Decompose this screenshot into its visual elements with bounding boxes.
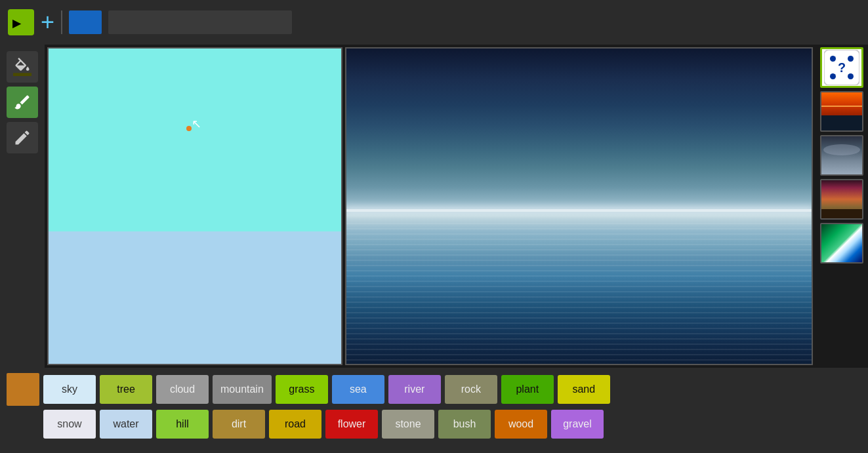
labels-row-2: snow water hill dirt road flower stone b… xyxy=(7,410,861,439)
label-flower-button[interactable]: flower xyxy=(325,410,378,439)
thumbnail-wave[interactable] xyxy=(820,223,863,264)
label-stone-button[interactable]: stone xyxy=(382,410,434,439)
add-button[interactable]: + xyxy=(41,10,54,34)
nvidia-logo-button[interactable]: ▶ xyxy=(8,9,34,35)
label-river-button[interactable]: river xyxy=(388,375,441,404)
generated-photo-preview xyxy=(345,47,813,365)
labels-row-1: sky tree cloud mountain grass sea river … xyxy=(7,373,861,406)
label-gravel-button[interactable]: gravel xyxy=(551,410,604,439)
label-road-button[interactable]: road xyxy=(269,410,321,439)
water-reflections xyxy=(346,219,812,364)
left-toolbar xyxy=(0,45,45,368)
thumbnail-beach[interactable] xyxy=(820,179,863,220)
label-grass-button[interactable]: grass xyxy=(276,375,328,404)
thumbnail-clouds[interactable] xyxy=(820,135,863,176)
bottom-label-bar: sky tree cloud mountain grass sea river … xyxy=(0,368,868,453)
label-sand-button[interactable]: sand xyxy=(558,375,610,404)
canvas-sky-region xyxy=(49,49,341,231)
fill-tool-button[interactable] xyxy=(7,51,38,83)
label-plant-button[interactable]: plant xyxy=(501,375,554,404)
canvas-water-region xyxy=(49,231,341,364)
generated-image xyxy=(346,49,812,364)
label-wood-button[interactable]: wood xyxy=(495,410,547,439)
filename-input[interactable] xyxy=(108,10,292,34)
label-sky-button[interactable]: sky xyxy=(43,375,96,404)
svg-point-5 xyxy=(830,73,836,79)
svg-text:▶: ▶ xyxy=(12,17,22,29)
toolbar-divider xyxy=(61,10,62,34)
label-cloud-button[interactable]: cloud xyxy=(156,375,209,404)
main-content: ↖ xyxy=(0,45,868,368)
svg-point-4 xyxy=(848,56,854,62)
label-rock-button[interactable]: rock xyxy=(445,375,497,404)
right-panel: ? xyxy=(816,45,868,368)
active-color-swatch[interactable] xyxy=(69,10,102,34)
label-sea-button[interactable]: sea xyxy=(332,375,384,404)
random-generate-button[interactable]: ? xyxy=(820,47,863,88)
canvas-container: ↖ xyxy=(47,47,813,365)
cursor-indicator xyxy=(186,126,192,131)
svg-text:?: ? xyxy=(838,60,846,75)
brush-tool-button[interactable] xyxy=(7,87,38,118)
cursor-arrow: ↖ xyxy=(192,118,201,130)
pencil-tool-button[interactable] xyxy=(7,122,38,153)
horizon-glow xyxy=(346,209,812,212)
label-tree-button[interactable]: tree xyxy=(100,375,152,404)
label-dirt-button[interactable]: dirt xyxy=(213,410,265,439)
active-label-color-swatch[interactable] xyxy=(7,373,39,406)
drawing-canvas[interactable]: ↖ xyxy=(47,47,342,365)
label-mountain-button[interactable]: mountain xyxy=(213,375,272,404)
canvas-area: ↖ xyxy=(45,45,816,368)
label-snow-button[interactable]: snow xyxy=(43,410,96,439)
thumbnail-sunset[interactable] xyxy=(820,91,863,132)
label-hill-button[interactable]: hill xyxy=(156,410,209,439)
label-bush-button[interactable]: bush xyxy=(438,410,491,439)
topbar: ▶ + xyxy=(0,0,868,45)
label-water-button[interactable]: water xyxy=(100,410,152,439)
svg-point-6 xyxy=(848,73,854,79)
svg-point-3 xyxy=(830,56,836,62)
